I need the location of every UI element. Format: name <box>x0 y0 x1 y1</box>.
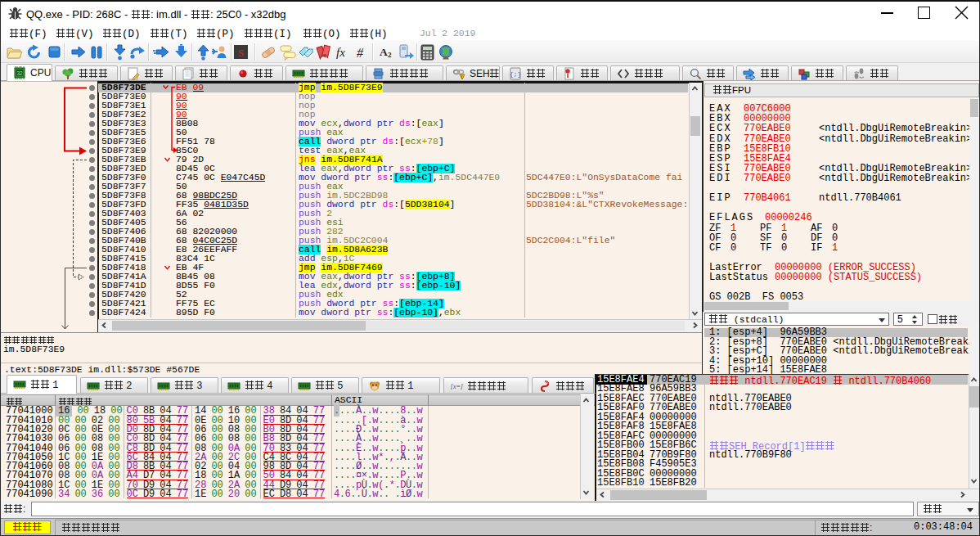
svg-text:fx: fx <box>336 46 345 59</box>
svg-text:A: A <box>380 46 388 58</box>
svg-text:2: 2 <box>388 51 392 59</box>
svg-text:#: # <box>357 46 364 60</box>
svg-text:!: ! <box>461 74 462 79</box>
svg-text:32: 32 <box>16 70 23 76</box>
svg-text:S: S <box>238 47 244 59</box>
svg-text:{;}: {;} <box>510 70 521 78</box>
svg-text:[x=]: [x=] <box>451 383 463 390</box>
